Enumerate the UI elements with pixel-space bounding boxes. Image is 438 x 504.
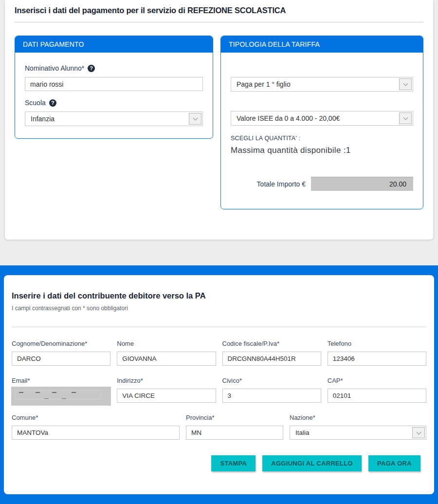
indirizzo-label: Indirizzo* [117,377,216,384]
figlio-select-value: Paga per 1 ° figlio [237,80,291,88]
scuola-label: Scuola ? [25,99,203,107]
dati-pagamento-header: DATI PAGAMENTO [15,36,213,53]
civico-input[interactable] [222,389,321,403]
totale-importo-row: Totale Importo € 20.00 [231,177,413,191]
chevron-down-icon [403,115,408,120]
indirizzo-field-group: Indirizzo* [117,377,216,403]
email-wrap [12,389,110,403]
page: Inserisci i dati del pagamento per il se… [0,0,438,504]
dati-pagamento-panel: DATI PAGAMENTO Nominativo Alunno* ? Scuo… [15,36,213,139]
nome-field-group: Nome [117,340,216,366]
tipologia-tariffa-panel: TIPOLOGIA DELLA TARIFFA Paga per 1 ° fig… [220,36,423,209]
form-row-2: Email* Indirizzo* Civico* CAP* [12,377,426,403]
provincia-label: Provincia* [186,414,283,421]
telefono-field-group: Telefono [328,340,426,366]
button-row: STAMPA AGGIUNGI AL CARRELLO PAGA ORA [12,455,426,471]
select-dropdown-button [412,427,425,438]
nome-input[interactable] [117,352,216,366]
comune-input[interactable] [12,426,180,440]
telefono-label: Telefono [328,340,426,347]
dati-pagamento-body: Nominativo Alunno* ? Scuola ? Infanzia [15,53,213,126]
contribuente-card: Inserire i dati del contribuente debitor… [4,275,434,494]
nominativo-alunno-input[interactable] [25,77,203,91]
payment-data-card: Inserisci i dati del pagamento per il se… [5,0,433,240]
codice-fiscale-input[interactable] [222,352,321,366]
form-row-3: Comune* Provincia* Nazione* Italia [12,414,426,440]
aggiungi-al-carrello-button[interactable]: AGGIUNGI AL CARRELLO [262,455,362,471]
cognome-label: Cognome/Denominazione* [12,340,110,347]
codice-fiscale-label: Codice fiscale/P.Iva* [222,340,321,347]
redaction-overlay [11,387,111,406]
totale-importo-label: Totale Importo € [257,180,306,188]
comune-label: Comune* [12,414,180,421]
codice-fiscale-field-group: Codice fiscale/P.Iva* [222,340,321,366]
figlio-select[interactable]: Paga per 1 ° figlio [231,77,413,92]
select-dropdown-button [399,112,412,124]
massima-quantita-text: Massima quantità disponibile :1 [231,146,413,155]
nominativo-alunno-label: Nominativo Alunno* ? [25,64,203,72]
indirizzo-input[interactable] [117,389,216,403]
nazione-field-group: Nazione* Italia [290,414,426,440]
select-dropdown-button [189,113,201,125]
select-dropdown-button [399,78,412,90]
scuola-select[interactable]: Infanzia [25,112,203,126]
cognome-input[interactable] [12,352,110,366]
scuola-select-value: Infanzia [31,115,55,123]
cap-label: CAP* [328,377,426,384]
civico-label: Civico* [222,377,321,384]
provincia-field-group: Provincia* [186,414,283,440]
email-field-group: Email* [12,377,110,403]
telefono-input[interactable] [328,352,426,366]
chevron-down-icon [403,81,408,86]
civico-field-group: Civico* [222,377,321,403]
cap-input[interactable] [328,389,426,403]
tipologia-tariffa-body: Paga per 1 ° figlio Valore ISEE da 0 a 4… [221,77,423,191]
contribuente-divider [12,327,426,327]
nominativo-alunno-label-text: Nominativo Alunno* [25,64,84,72]
comune-field-group: Comune* [12,414,180,440]
tipologia-tariffa-header: TIPOLOGIA DELLA TARIFFA [221,36,423,53]
nazione-label: Nazione* [290,414,426,421]
help-icon[interactable]: ? [49,99,56,107]
panels-row: DATI PAGAMENTO Nominativo Alunno* ? Scuo… [15,36,423,209]
paga-ora-button[interactable]: PAGA ORA [368,455,420,471]
page-title: Inserisci i dati del pagamento per il se… [15,6,423,15]
scuola-label-text: Scuola [25,99,46,107]
form-row-1: Cognome/Denominazione* Nome Codice fisca… [12,340,426,366]
chevron-down-icon [193,116,198,121]
isee-select-value: Valore ISEE da 0 a 4.000 - 20,00€ [237,114,340,122]
title-divider [15,22,423,22]
contribuente-section: Inserire i dati del contribuente debitor… [0,265,438,504]
help-icon[interactable]: ? [88,65,95,72]
chevron-down-icon [416,429,421,434]
provincia-input[interactable] [186,426,283,440]
contribuente-subtitle: I campi contrassegnati con * sono obblig… [12,305,426,312]
scegli-quantita-label: SCEGLI LA QUANTITA' : [231,135,413,142]
nazione-select-value: Italia [295,429,310,436]
totale-importo-readonly-field: 20.00 [311,177,413,191]
stampa-button[interactable]: STAMPA [211,455,256,471]
nazione-select[interactable]: Italia [290,426,426,440]
cap-field-group: CAP* [328,377,426,403]
email-label: Email* [12,377,110,384]
isee-select[interactable]: Valore ISEE da 0 a 4.000 - 20,00€ [231,111,413,126]
cognome-field-group: Cognome/Denominazione* [12,340,110,366]
nome-label: Nome [117,340,216,347]
contribuente-title: Inserire i dati del contribuente debitor… [12,291,426,300]
